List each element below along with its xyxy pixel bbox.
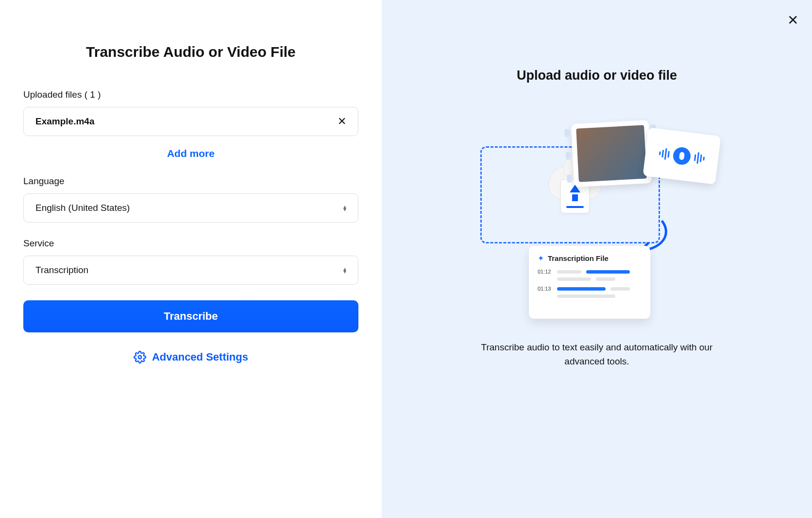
- advanced-settings-label: Advanced Settings: [152, 351, 248, 363]
- info-title: Upload audio or video file: [517, 68, 677, 83]
- language-label: Language: [23, 176, 358, 187]
- gear-icon: [134, 351, 146, 363]
- sparkle-icon: ✦: [538, 254, 544, 263]
- file-name: Example.m4a: [35, 116, 94, 127]
- form-panel: Transcribe Audio or Video File Uploaded …: [0, 0, 382, 518]
- service-select[interactable]: Transcription ▴▾: [23, 256, 358, 285]
- uploaded-files-label: Uploaded files ( 1 ): [23, 89, 358, 100]
- microphone-icon: [672, 146, 692, 166]
- svg-point-0: [138, 356, 142, 359]
- info-panel: ✕ Upload audio or video file: [382, 0, 812, 518]
- language-value: English (United States): [35, 203, 130, 213]
- transcription-card-title: Transcription File: [548, 254, 609, 262]
- page-title: Transcribe Audio or Video File: [19, 44, 362, 60]
- timestamp: 01:13: [538, 286, 552, 292]
- illustration: ✦ Transcription File 01:12 01:13: [480, 117, 713, 321]
- form: Uploaded files ( 1 ) Example.m4a ✕ Add m…: [19, 89, 362, 363]
- chevron-updown-icon: ▴▾: [343, 267, 346, 273]
- advanced-settings-button[interactable]: Advanced Settings: [23, 351, 358, 363]
- uploaded-file-row: Example.m4a ✕: [23, 107, 358, 136]
- audio-thumbnail-illustration: [643, 127, 721, 185]
- remove-file-icon[interactable]: ✕: [338, 116, 346, 127]
- info-caption: Transcribe audio to text easily and auto…: [466, 341, 728, 368]
- transcription-card-illustration: ✦ Transcription File 01:12 01:13: [529, 246, 650, 319]
- add-more-button[interactable]: Add more: [23, 148, 358, 159]
- service-value: Transcription: [35, 265, 88, 276]
- timestamp: 01:12: [538, 269, 552, 275]
- video-thumbnail-illustration: [571, 120, 652, 187]
- close-icon[interactable]: ✕: [787, 14, 798, 27]
- service-label: Service: [23, 238, 358, 249]
- chevron-updown-icon: ▴▾: [343, 205, 346, 211]
- language-select[interactable]: English (United States) ▴▾: [23, 193, 358, 223]
- transcribe-button[interactable]: Transcribe: [23, 300, 358, 332]
